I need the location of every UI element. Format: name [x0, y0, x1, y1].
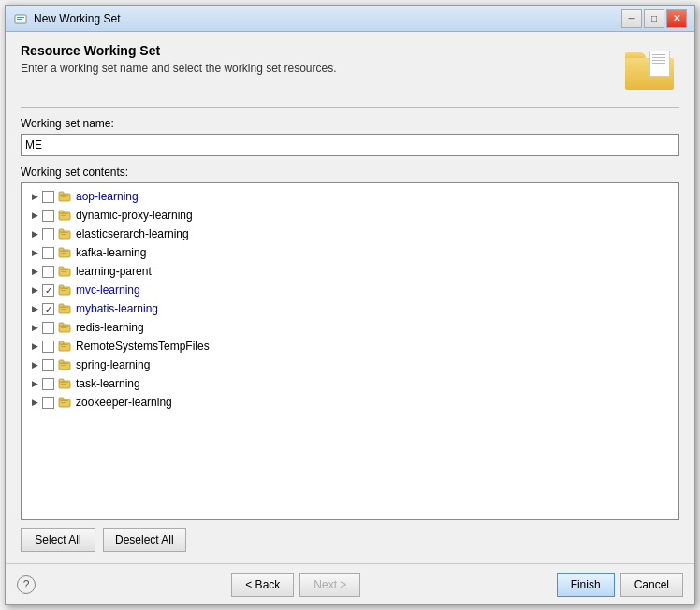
tree-expand-arrow[interactable]: ▶: [29, 303, 40, 314]
title-bar: New Working Set ─ □ ✕: [6, 6, 694, 32]
tree-expand-arrow[interactable]: ▶: [29, 228, 40, 240]
svg-rect-12: [59, 229, 64, 232]
tree-item-label: mvc-learning: [76, 283, 140, 297]
tree-expand-arrow[interactable]: ▶: [29, 247, 40, 258]
back-button[interactable]: < Back: [231, 573, 294, 597]
tree-expand-arrow[interactable]: ▶: [29, 266, 40, 277]
project-icon: [57, 339, 72, 354]
tree-expand-arrow[interactable]: ▶: [29, 210, 40, 221]
tree-item[interactable]: ▶ aop-learning: [22, 187, 678, 206]
working-set-name-input[interactable]: [21, 134, 679, 156]
cancel-button[interactable]: Cancel: [620, 573, 683, 597]
tree-item[interactable]: ▶ redis-learning: [22, 318, 678, 337]
svg-rect-17: [61, 251, 68, 252]
tree-expand-arrow[interactable]: ▶: [29, 378, 40, 389]
svg-rect-18: [61, 253, 66, 254]
tree-checkbox[interactable]: [42, 322, 54, 334]
svg-rect-2: [17, 19, 22, 20]
tree-checkbox[interactable]: [42, 266, 54, 278]
tree-item-label: elasticserarch-learning: [76, 227, 189, 240]
tree-item[interactable]: ▶ zookeeper-learning: [22, 393, 678, 412]
tree-item[interactable]: ▶ RemoteSystemsTempFiles: [22, 337, 678, 356]
tree-expand-arrow[interactable]: ▶: [29, 191, 40, 202]
tree-item-label: RemoteSystemsTempFiles: [76, 340, 210, 353]
tree-expand-arrow[interactable]: ▶: [29, 284, 40, 296]
tree-checkbox[interactable]: [42, 378, 54, 390]
tree-item[interactable]: ▶ task-learning: [22, 374, 678, 393]
project-icon: [57, 264, 72, 279]
tree-item-label: zookeeper-learning: [76, 396, 172, 409]
tree-checkbox[interactable]: [42, 341, 54, 353]
tree-item[interactable]: ▶ dynamic-proxy-learning: [22, 206, 678, 225]
tree-expand-arrow[interactable]: ▶: [29, 397, 40, 408]
tree-item[interactable]: ▶ spring-learning: [22, 356, 678, 374]
svg-rect-5: [61, 195, 68, 196]
window-icon: [13, 11, 28, 26]
tree-checkbox[interactable]: [42, 303, 54, 315]
tree-item-label: learning-parent: [76, 265, 152, 278]
svg-rect-33: [61, 326, 68, 327]
svg-rect-28: [59, 304, 64, 307]
tree-expand-arrow[interactable]: ▶: [29, 359, 40, 370]
project-icon: [57, 189, 72, 204]
divider: [21, 107, 679, 108]
window-title: New Working Set: [34, 12, 621, 25]
svg-rect-40: [59, 360, 64, 363]
folder-paper: [649, 51, 670, 77]
header-section: Resource Working Set Enter a working set…: [21, 43, 679, 95]
project-icon: [57, 245, 72, 260]
title-bar-buttons: ─ □ ✕: [621, 9, 687, 28]
tree-item[interactable]: ▶ mvc-learning: [22, 281, 678, 299]
help-icon: ?: [23, 578, 30, 591]
tree-item[interactable]: ▶ elasticserarch-learning: [22, 225, 678, 243]
folder-icon: [625, 49, 674, 90]
tree-item[interactable]: ▶ kafka-learning: [22, 243, 678, 262]
tree-checkbox[interactable]: [42, 247, 54, 259]
maximize-button[interactable]: □: [644, 9, 664, 28]
tree-item[interactable]: ▶ learning-parent: [22, 262, 678, 281]
tree-item-label: redis-learning: [76, 321, 144, 334]
tree-expand-arrow[interactable]: ▶: [29, 322, 40, 333]
svg-rect-34: [61, 327, 66, 328]
svg-rect-49: [61, 400, 68, 401]
footer: ? < Back Next > Finish Cancel: [6, 563, 694, 604]
finish-button[interactable]: Finish: [557, 573, 615, 597]
help-button[interactable]: ?: [17, 575, 36, 594]
header-icon: [620, 43, 679, 95]
tree-item-label: mybatis-learning: [76, 302, 158, 315]
svg-rect-9: [61, 213, 68, 214]
next-button[interactable]: Next >: [299, 573, 360, 597]
svg-rect-16: [59, 248, 64, 251]
svg-rect-4: [59, 192, 64, 195]
tree-checkbox[interactable]: [42, 397, 54, 409]
tree-checkbox[interactable]: [42, 191, 54, 203]
tree-checkbox[interactable]: [42, 359, 54, 371]
tree-checkbox[interactable]: [42, 210, 54, 222]
header-subtitle: Enter a working set name and select the …: [21, 62, 620, 75]
svg-rect-21: [61, 269, 68, 270]
deselect-all-button[interactable]: Deselect All: [103, 528, 186, 552]
svg-rect-14: [61, 234, 66, 235]
footer-nav: < Back Next >: [36, 573, 557, 597]
field-section: Working set name:: [21, 117, 679, 156]
svg-rect-41: [61, 363, 68, 364]
header-text: Resource Working Set Enter a working set…: [21, 43, 620, 75]
project-icon: [57, 395, 72, 410]
tree-item[interactable]: ▶ mybatis-learning: [22, 299, 678, 318]
tree-checkbox[interactable]: [42, 284, 54, 297]
close-button[interactable]: ✕: [666, 9, 687, 28]
svg-rect-8: [59, 211, 64, 213]
project-icon: [57, 376, 72, 391]
project-icon: [57, 283, 72, 298]
svg-rect-30: [61, 309, 66, 310]
tree-expand-arrow[interactable]: ▶: [29, 341, 40, 352]
minimize-button[interactable]: ─: [621, 9, 642, 28]
svg-rect-37: [61, 344, 68, 345]
bottom-buttons: Select All Deselect All: [21, 520, 679, 556]
project-icon: [57, 208, 72, 223]
select-all-button[interactable]: Select All: [21, 528, 95, 552]
svg-rect-24: [59, 285, 64, 288]
project-icon: [57, 320, 72, 335]
tree-checkbox[interactable]: [42, 228, 54, 240]
tree-container[interactable]: ▶ aop-learning▶ dynamic-proxy-learning▶ …: [21, 182, 679, 520]
